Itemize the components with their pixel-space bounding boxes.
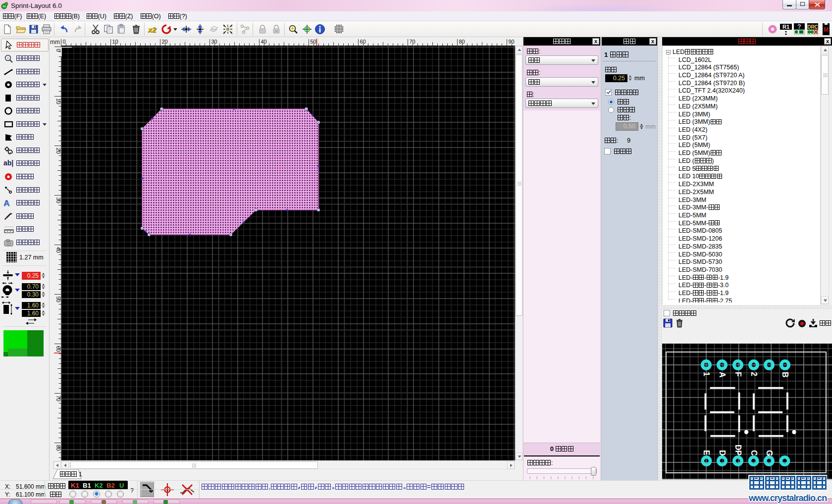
svg-text:C: C	[750, 450, 758, 456]
svg-text:80: 80	[459, 39, 465, 45]
svg-text:60: 60	[360, 39, 366, 45]
svg-text:20: 20	[162, 39, 168, 45]
svg-text:R1: R1	[782, 24, 789, 30]
svg-text:DP: DP	[734, 445, 742, 456]
svg-text:2: 2	[750, 372, 758, 376]
svg-text:40: 40	[261, 39, 267, 45]
svg-text:F: F	[734, 372, 742, 377]
svg-text:90: 90	[509, 39, 515, 45]
svg-text:M: M	[824, 26, 829, 33]
svg-text:50: 50	[311, 39, 316, 45]
svg-text:A: A	[718, 372, 727, 378]
svg-text:?: ?	[797, 23, 801, 30]
svg-text:E: E	[702, 450, 711, 455]
svg-text:B: B	[781, 372, 789, 378]
svg-text:D: D	[718, 450, 727, 456]
svg-text:DRC: DRC	[807, 24, 818, 30]
svg-text:30: 30	[211, 39, 217, 45]
svg-text:0: 0	[63, 39, 66, 45]
svg-text:10: 10	[112, 39, 118, 45]
svg-text:0: 0	[55, 49, 61, 52]
svg-text:G: G	[765, 450, 774, 456]
svg-text:1: 1	[702, 372, 711, 376]
svg-text:70: 70	[410, 39, 416, 45]
